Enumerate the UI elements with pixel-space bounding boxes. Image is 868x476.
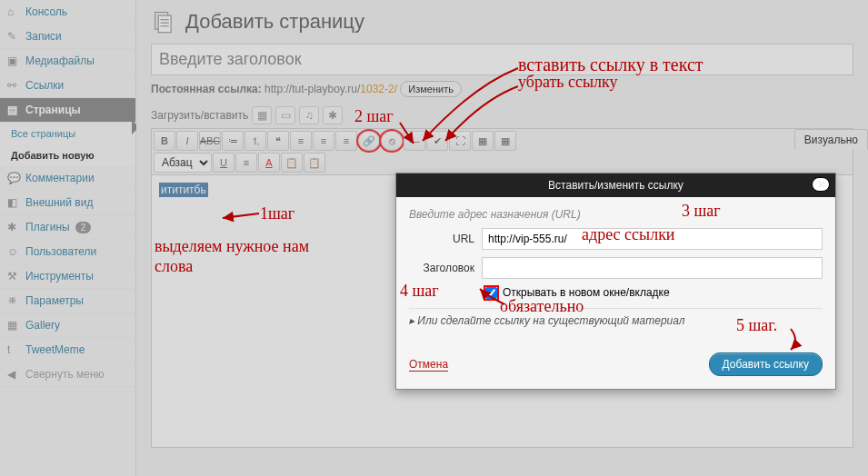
url-input[interactable]: [482, 228, 823, 250]
dialog-hint: Введите адрес назначения (URL): [409, 208, 823, 221]
sidebar-item-label: TweetMeme: [25, 343, 85, 356]
strike-button[interactable]: ABC: [199, 131, 221, 151]
sidebar-item-label: Инструменты: [25, 270, 94, 283]
collapse-icon: ◀: [7, 368, 20, 381]
upload-media-icon[interactable]: ✱: [323, 106, 343, 124]
new-tab-checkbox[interactable]: [485, 287, 497, 299]
link-icon: ⚯: [7, 79, 20, 92]
sidebar-item-media[interactable]: ▣Медиафайлы: [0, 49, 135, 74]
new-tab-label: Открывать в новом окне/вкладке: [503, 286, 670, 299]
sidebar-sub-add-new[interactable]: Добавить новую: [0, 144, 135, 166]
selected-text: итититбь: [159, 183, 208, 197]
link-title-label: Заголовок: [409, 262, 474, 274]
paste-word-button[interactable]: 📋: [304, 153, 325, 173]
insert-link-button[interactable]: 🔗: [358, 131, 380, 151]
more-button[interactable]: —: [404, 131, 425, 151]
dialog-title-bar: Вставить/изменить ссылку ✕: [396, 174, 835, 197]
post-title-input[interactable]: [151, 44, 853, 75]
sidebar-item-settings[interactable]: ⛯Параметры: [0, 289, 135, 313]
paste-text-button[interactable]: 📋: [281, 153, 303, 173]
upload-label: Загрузить/вставить: [151, 109, 248, 122]
justify-button[interactable]: ≡: [235, 153, 257, 173]
sidebar-item-label: Все страницы: [11, 128, 75, 139]
sidebar-item-label: Параметры: [25, 294, 84, 307]
upload-image-icon[interactable]: ▦: [252, 106, 272, 124]
permalink-slug: 1032-2/: [360, 83, 397, 95]
sidebar-item-gallery[interactable]: ▦Gallery: [0, 313, 135, 338]
sidebar-item-collapse[interactable]: ◀Свернуть меню: [0, 362, 135, 387]
tools-icon: ⚒: [7, 270, 20, 283]
sidebar-item-label: Страницы: [25, 104, 81, 116]
admin-sidebar: ⌂Консоль ✎Записи ▣Медиафайлы ⚯Ссылки ▤Ст…: [0, 0, 136, 476]
editor-tabs: Визуально: [794, 129, 868, 150]
page-title-row: Добавить страницу: [151, 0, 853, 44]
page-title-icon: [151, 9, 176, 35]
sidebar-item-label: Плагины: [25, 221, 70, 233]
editor-toolbar: B I ABC ≔ ⒈ ❝ ≡ ≡ ≡ 🔗 ⦸ — ✔ ⛶ ▦ ▦ Абзац …: [151, 128, 853, 175]
bold-button[interactable]: B: [154, 131, 175, 151]
link-dialog: Вставить/изменить ссылку ✕ Введите адрес…: [395, 173, 836, 390]
sidebar-sub-all-pages[interactable]: Все страницы: [0, 123, 135, 144]
remove-link-button[interactable]: ⦸: [381, 131, 403, 151]
align-right-button[interactable]: ≡: [335, 131, 357, 151]
kitchensink-button[interactable]: ▦: [472, 131, 494, 151]
ol-button[interactable]: ⒈: [244, 131, 266, 151]
sidebar-item-plugins[interactable]: ✱Плагины2: [0, 215, 135, 240]
fullscreen-button[interactable]: ⛶: [449, 131, 471, 151]
permalink-label: Постоянная ссылка:: [151, 83, 262, 95]
sidebar-item-label: Свернуть меню: [25, 368, 105, 381]
extra-button[interactable]: ▦: [494, 131, 516, 151]
sidebar-item-posts[interactable]: ✎Записи: [0, 25, 135, 49]
dialog-close-button[interactable]: ✕: [812, 177, 830, 192]
permalink-base: http://tut-playboy.ru/: [264, 83, 360, 95]
align-center-button[interactable]: ≡: [313, 131, 334, 151]
svg-rect-1: [158, 15, 171, 33]
format-select[interactable]: Абзац: [154, 153, 212, 173]
upload-video-icon[interactable]: ▭: [275, 106, 295, 124]
plugin-icon: ✱: [7, 221, 20, 233]
link-title-input[interactable]: [482, 257, 823, 279]
sidebar-item-label: Внешний вид: [25, 196, 93, 209]
pin-icon: ✎: [7, 30, 20, 43]
sidebar-item-comments[interactable]: 💬Комментарии: [0, 166, 135, 191]
dialog-title: Вставить/изменить ссылку: [548, 179, 683, 192]
sidebar-item-tweetmeme[interactable]: tTweetMeme: [0, 338, 135, 362]
sidebar-item-appearance[interactable]: ◧Внешний вид: [0, 191, 135, 215]
page-icon: ▤: [7, 104, 20, 116]
home-icon: ⌂: [7, 5, 20, 18]
permalink-edit-button[interactable]: Изменить: [400, 81, 462, 97]
sidebar-item-pages[interactable]: ▤Страницы: [0, 98, 135, 123]
sidebar-item-label: Комментарии: [25, 172, 95, 184]
page-title: Добавить страницу: [185, 10, 364, 34]
underline-button[interactable]: U: [213, 153, 234, 173]
comment-icon: 💬: [7, 172, 20, 184]
sidebar-item-label: Консоль: [25, 5, 67, 18]
appearance-icon: ◧: [7, 196, 20, 209]
spellcheck-button[interactable]: ✔: [426, 131, 448, 151]
align-left-button[interactable]: ≡: [290, 131, 312, 151]
upload-audio-icon[interactable]: ♫: [299, 106, 319, 124]
sidebar-item-label: Записи: [25, 30, 62, 43]
submit-button[interactable]: Добавить ссылку: [709, 352, 823, 376]
gallery-icon: ▦: [7, 319, 20, 332]
expand-existing[interactable]: ▸ Или сделайте ссылку на существующий ма…: [409, 308, 823, 332]
cancel-button[interactable]: Отмена: [409, 358, 448, 372]
sidebar-item-users[interactable]: ☺Пользователи: [0, 240, 135, 264]
upload-insert-row: Загрузить/вставить ▦ ▭ ♫ ✱: [151, 106, 853, 124]
tweet-icon: t: [7, 343, 20, 356]
settings-icon: ⛯: [7, 294, 20, 307]
sidebar-item-console[interactable]: ⌂Консоль: [0, 0, 135, 25]
url-label: URL: [409, 233, 474, 245]
tab-visual[interactable]: Визуально: [795, 130, 867, 150]
italic-button[interactable]: I: [176, 131, 198, 151]
ul-button[interactable]: ≔: [222, 131, 244, 151]
sidebar-item-label: Ссылки: [25, 79, 64, 92]
sidebar-item-label: Добавить новую: [11, 150, 95, 161]
sidebar-item-links[interactable]: ⚯Ссылки: [0, 74, 135, 98]
sidebar-item-tools[interactable]: ⚒Инструменты: [0, 264, 135, 289]
quote-button[interactable]: ❝: [267, 131, 289, 151]
media-icon: ▣: [7, 55, 20, 67]
forecolor-button[interactable]: A: [258, 153, 280, 173]
sidebar-item-label: Медиафайлы: [25, 55, 95, 67]
users-icon: ☺: [7, 245, 20, 258]
